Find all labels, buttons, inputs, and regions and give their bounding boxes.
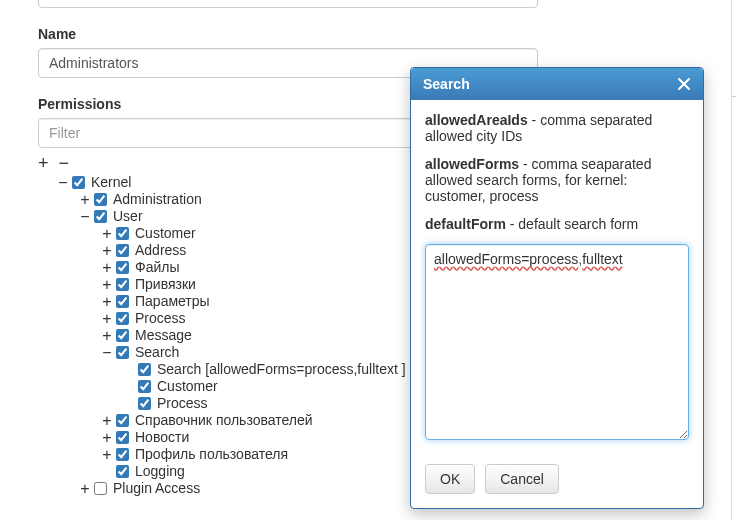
tree-checkbox-bindings[interactable] <box>116 278 129 291</box>
close-icon[interactable] <box>677 77 691 91</box>
param-desc: defaultForm - default search form <box>425 216 689 232</box>
name-label: Name <box>38 26 538 42</box>
tree-checkbox-plugin-access[interactable] <box>94 482 107 495</box>
tree-node-address[interactable]: Address <box>135 242 186 259</box>
collapse-all-button[interactable]: − <box>59 154 70 172</box>
tree-node-customer[interactable]: Customer <box>135 225 196 242</box>
config-token: fulltext <box>582 251 622 267</box>
config-token: allowedForms=process <box>434 251 578 267</box>
tree-node-parameters[interactable]: Параметры <box>135 293 210 310</box>
tree-checkbox-logging[interactable] <box>116 465 129 478</box>
expand-all-button[interactable]: + <box>38 154 49 172</box>
tree-checkbox-customer[interactable] <box>116 227 129 240</box>
dialog-title: Search <box>423 76 470 92</box>
tree-node-bindings[interactable]: Привязки <box>135 276 196 293</box>
tree-checkbox-message[interactable] <box>116 329 129 342</box>
tree-toggle[interactable]: − <box>78 210 92 224</box>
tree-node-files[interactable]: Файлы <box>135 259 179 276</box>
param-text: - default search form <box>506 216 638 232</box>
tree-checkbox-search-customer[interactable] <box>138 380 151 393</box>
cancel-button[interactable]: Cancel <box>485 464 559 494</box>
tree-node-search-process[interactable]: Process <box>157 395 208 412</box>
tree-checkbox-process[interactable] <box>116 312 129 325</box>
tree-toggle[interactable]: + <box>100 312 114 326</box>
tree-checkbox-address[interactable] <box>116 244 129 257</box>
tree-toggle[interactable]: + <box>78 482 92 496</box>
tree-node-news[interactable]: Новости <box>135 429 189 446</box>
tree-toggle[interactable]: + <box>100 448 114 462</box>
tree-node-user[interactable]: User <box>113 208 143 225</box>
tree-toggle[interactable]: + <box>100 261 114 275</box>
tree-toggle[interactable]: + <box>100 295 114 309</box>
tree-node-search[interactable]: Search <box>135 344 179 361</box>
tree-toggle[interactable]: + <box>100 278 114 292</box>
param-name: allowedForms <box>425 156 519 172</box>
tree-checkbox-search-config[interactable] <box>138 363 151 376</box>
tree-node-user-profile[interactable]: Профиль пользователя <box>135 446 288 463</box>
ghost-top-input[interactable] <box>38 0 538 8</box>
tree-checkbox-kernel[interactable] <box>72 176 85 189</box>
tree-checkbox-user-profile[interactable] <box>116 448 129 461</box>
ok-button[interactable]: OK <box>425 464 475 494</box>
param-desc: allowedAreaIds - comma separated allowed… <box>425 112 689 144</box>
tree-node-search-customer[interactable]: Customer <box>157 378 218 395</box>
param-name: defaultForm <box>425 216 506 232</box>
param-desc: allowedForms - comma seaparated allowed … <box>425 156 689 204</box>
tree-checkbox-search-process[interactable] <box>138 397 151 410</box>
tree-node-search-config[interactable]: Search [allowedForms=process,fulltext ] <box>157 361 406 378</box>
param-name: allowedAreaIds <box>425 112 528 128</box>
tree-toggle[interactable]: + <box>100 329 114 343</box>
tree-checkbox-search[interactable] <box>116 346 129 359</box>
tree-checkbox-files[interactable] <box>116 261 129 274</box>
tree-checkbox-parameters[interactable] <box>116 295 129 308</box>
tree-toggle[interactable]: + <box>100 227 114 241</box>
page-divider <box>731 0 732 520</box>
tree-node-process[interactable]: Process <box>135 310 186 327</box>
config-textarea[interactable]: allowedForms=process,fulltext <box>425 244 689 440</box>
page-divider <box>732 96 736 99</box>
tree-checkbox-administration[interactable] <box>94 193 107 206</box>
tree-toggle[interactable]: − <box>56 176 70 190</box>
tree-toggle[interactable]: − <box>100 346 114 360</box>
tree-toggle[interactable]: + <box>100 414 114 428</box>
tree-checkbox-user[interactable] <box>94 210 107 223</box>
tree-node-logging[interactable]: Logging <box>135 463 185 480</box>
tree-node-kernel[interactable]: Kernel <box>91 174 131 191</box>
tree-toggle[interactable]: + <box>78 193 92 207</box>
tree-node-user-directory[interactable]: Справочник пользователей <box>135 412 313 429</box>
tree-node-plugin-access[interactable]: Plugin Access <box>113 480 200 497</box>
dialog-header[interactable]: Search <box>411 68 703 100</box>
search-dialog: Search allowedAreaIds - comma separated … <box>410 67 704 509</box>
tree-node-message[interactable]: Message <box>135 327 192 344</box>
tree-node-administration[interactable]: Administration <box>113 191 202 208</box>
tree-checkbox-news[interactable] <box>116 431 129 444</box>
tree-checkbox-user-directory[interactable] <box>116 414 129 427</box>
tree-toggle[interactable]: + <box>100 431 114 445</box>
tree-toggle[interactable]: + <box>100 244 114 258</box>
